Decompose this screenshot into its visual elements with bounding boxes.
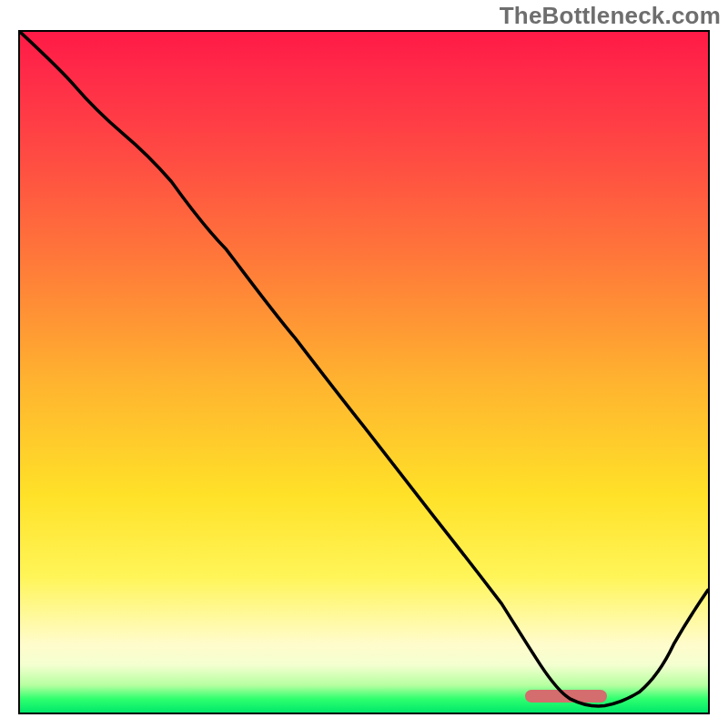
plot-area <box>18 30 710 714</box>
optimal-range-marker <box>525 690 607 703</box>
heat-gradient <box>20 32 708 713</box>
watermark-text: TheBottleneck.com <box>500 2 721 30</box>
chart-container: TheBottleneck.com <box>0 0 728 728</box>
